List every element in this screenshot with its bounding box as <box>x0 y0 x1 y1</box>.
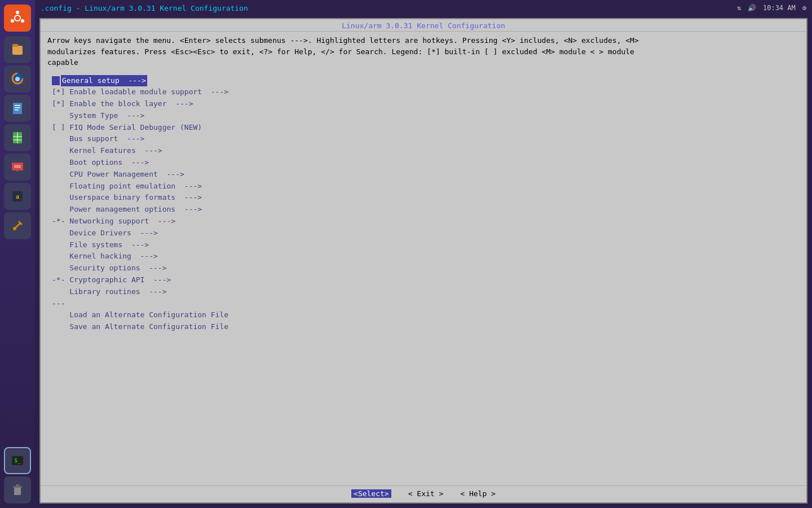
svg-rect-27 <box>16 484 19 486</box>
main-area: .config - Linux/arm 3.0.31 Kernel Config… <box>35 0 812 508</box>
instruction-line-2: modularizes features. Press <Esc><Esc> t… <box>47 46 800 58</box>
svg-point-2 <box>16 11 19 14</box>
kconfig-header: Linux/arm 3.0.31 Kernel Configuration <box>41 19 806 32</box>
menu-item[interactable]: --- <box>52 298 795 310</box>
menu-item[interactable]: Security options ---> <box>52 262 795 274</box>
instruction-line-3: capable <box>47 57 800 68</box>
instruction-line-1: Arrow keys navigate the menu. <Enter> se… <box>47 35 800 46</box>
svg-rect-5 <box>12 46 23 55</box>
menu-item-label: Floating point emulation ---> <box>52 182 202 190</box>
menu-item[interactable]: Floating point emulation ---> <box>52 181 795 192</box>
select-button[interactable]: <Select> <box>351 489 391 498</box>
menu-item[interactable]: [*] Enable loadable module support ---> <box>52 86 795 98</box>
selection-indicator <box>52 76 60 85</box>
svg-point-22 <box>13 227 16 230</box>
help-button[interactable]: < Help > <box>460 489 496 498</box>
menu-item[interactable]: [*] Enable the block layer ---> <box>52 98 795 110</box>
menu-item[interactable]: Save an Alternate Configuration File <box>52 321 795 333</box>
menu-item-label: Kernel Features ---> <box>52 146 162 155</box>
writer-icon[interactable] <box>4 95 31 122</box>
terminal-icon[interactable]: $_ <box>4 447 31 474</box>
svg-rect-12 <box>15 110 19 111</box>
instructions-text: Arrow keys navigate the menu. <Enter> se… <box>41 32 806 71</box>
svg-rect-26 <box>13 486 22 488</box>
menu-item-label: Bus support ---> <box>52 134 144 143</box>
menu-item-label: -*- Networking support ---> <box>52 217 175 225</box>
menu-item[interactable]: Device Drivers ---> <box>52 227 795 239</box>
menu-item[interactable]: -*- Networking support ---> <box>52 216 795 227</box>
menu-item[interactable]: System Type ---> <box>52 110 795 122</box>
menu-item[interactable]: Library routines ---> <box>52 286 795 298</box>
svg-rect-9 <box>13 103 22 114</box>
exit-button[interactable]: < Exit > <box>408 489 444 498</box>
svg-rect-19 <box>14 165 21 168</box>
sound-icon: 🔊 <box>748 4 756 12</box>
menu-item[interactable]: File systems ---> <box>52 239 795 251</box>
trash-icon[interactable] <box>4 476 31 503</box>
menu-item[interactable]: Kernel Features ---> <box>52 145 795 157</box>
files-icon[interactable] <box>4 36 31 63</box>
ubuntu-icon[interactable] <box>4 5 31 32</box>
menu-item[interactable]: Bus support ---> <box>52 133 795 145</box>
svg-rect-25 <box>14 487 21 495</box>
menu-item[interactable]: Kernel hacking ---> <box>52 251 795 262</box>
svg-rect-11 <box>15 107 20 108</box>
svg-text:a: a <box>16 192 19 200</box>
window-title: .config - Linux/arm 3.0.31 Kernel Config… <box>41 4 248 12</box>
menu-item-selected: General setup ---> <box>61 75 147 87</box>
menu-item-label: Userspace binary formats ---> <box>52 193 202 202</box>
menu-item[interactable]: CPU Power Management ---> <box>52 169 795 181</box>
calc-icon[interactable] <box>4 124 31 151</box>
svg-point-4 <box>11 19 14 23</box>
clock: 10:34 AM <box>763 4 796 12</box>
menu-item[interactable]: General setup ---> <box>52 75 795 87</box>
menu-item-label: [*] Enable the block layer ---> <box>52 99 193 108</box>
menu-item-label: Save an Alternate Configuration File <box>52 322 228 331</box>
menu-item[interactable]: -*- Cryptographic API ---> <box>52 274 795 286</box>
svg-rect-6 <box>12 44 18 47</box>
menu-item[interactable]: Power management options ---> <box>52 204 795 216</box>
tools-icon[interactable] <box>4 212 31 239</box>
menu-item[interactable]: Boot options ---> <box>52 157 795 169</box>
impress-icon[interactable] <box>4 154 31 181</box>
menu-item-label: Library routines ---> <box>52 287 167 296</box>
svg-rect-10 <box>15 105 20 106</box>
menu-item-label: Security options ---> <box>52 264 167 272</box>
svg-text:$_: $_ <box>14 457 21 464</box>
terminal-window: Linux/arm 3.0.31 Kernel Configuration Ar… <box>39 18 807 503</box>
svg-point-8 <box>15 77 20 81</box>
menu-item[interactable]: Userspace binary formats ---> <box>52 192 795 204</box>
bottom-bar: <Select> < Exit > < Help > <box>41 485 806 502</box>
network-icon: ⇅ <box>737 4 741 12</box>
menu-item-label: System Type ---> <box>52 111 144 120</box>
amazon-icon[interactable]: a <box>4 183 31 210</box>
menu-item-label: -*- Cryptographic API ---> <box>52 275 171 284</box>
menu-item-label: Boot options ---> <box>52 158 149 167</box>
menu-item-label: Load an Alternate Configuration File <box>52 310 228 319</box>
titlebar-left: .config - Linux/arm 3.0.31 Kernel Config… <box>41 4 248 12</box>
menu-item-label: Kernel hacking ---> <box>52 252 158 260</box>
menu-area: General setup --->[*] Enable loadable mo… <box>41 71 806 486</box>
menu-item-label: File systems ---> <box>52 240 149 249</box>
kconfig-title: Linux/arm 3.0.31 Kernel Configuration <box>342 21 505 30</box>
menu-item-label: [*] Enable loadable module support ---> <box>52 87 228 96</box>
menu-item-label: Device Drivers ---> <box>52 229 158 237</box>
firefox-icon[interactable] <box>4 65 31 93</box>
svg-point-3 <box>21 19 24 23</box>
settings-icon: ⚙ <box>802 4 806 12</box>
menu-item[interactable]: [ ] FIQ Mode Serial Debugger (NEW) <box>52 122 795 134</box>
menu-item-label: [ ] FIQ Mode Serial Debugger (NEW) <box>52 123 202 132</box>
titlebar: .config - Linux/arm 3.0.31 Kernel Config… <box>35 0 812 16</box>
svg-marker-18 <box>16 169 19 172</box>
sidebar: a $_ <box>0 0 35 508</box>
menu-item-label: CPU Power Management ---> <box>52 170 184 178</box>
menu-item-label: --- <box>52 299 65 308</box>
menu-item[interactable]: Load an Alternate Configuration File <box>52 309 795 321</box>
titlebar-right: ⇅ 🔊 10:34 AM ⚙ <box>737 4 806 12</box>
menu-item-label: Power management options ---> <box>52 205 202 213</box>
